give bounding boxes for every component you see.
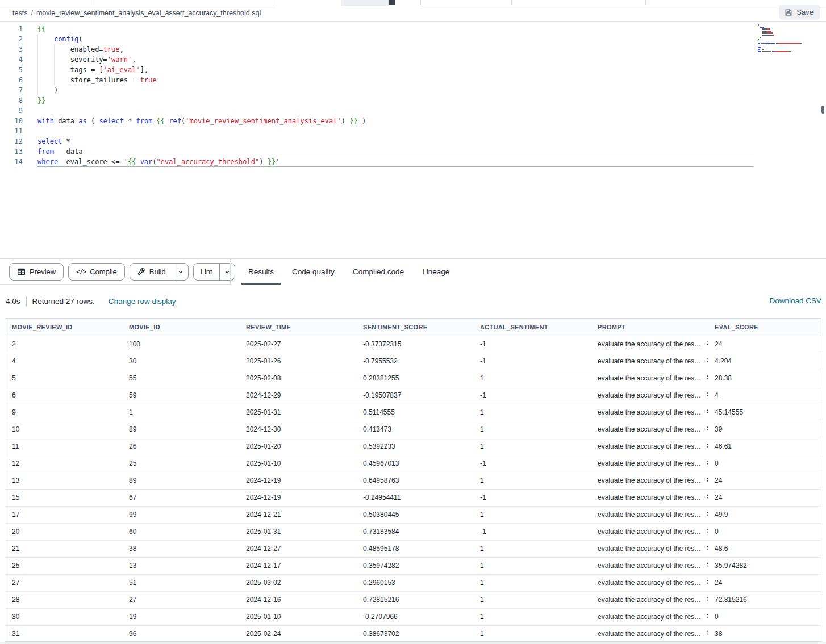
expand-prompt-icon[interactable] [706,613,708,618]
tab-lineage[interactable]: Lineage [421,259,450,285]
expand-prompt-icon[interactable] [706,545,708,550]
expand-prompt-icon[interactable] [706,443,708,448]
tab-marker [389,0,395,5]
code-text: severity='warn', [23,55,136,65]
cell-review-time: 2024-12-21 [239,506,356,523]
expand-prompt-icon[interactable] [706,341,708,346]
download-csv-link[interactable]: Download CSV [769,296,821,305]
cell-eval-score: 48.6 [708,540,821,557]
code-lines: 1{{2 config(3 enabled=true,4 severity='w… [0,24,366,167]
code-text: store_failures = true [23,75,157,85]
tab-code-quality[interactable]: Code quality [291,259,336,285]
query-status-row: 4.0s Returned 27 rows. Change row displa… [0,285,826,318]
cell-actual-sentiment: 1 [473,472,591,489]
save-button[interactable]: Save [779,5,820,20]
column-header-eval_score: EVAL_SCORE [708,319,821,336]
code-text: }} [23,95,45,106]
expand-prompt-icon[interactable] [706,630,708,635]
cell-prompt: evaluate the accuracy of the res… [591,540,708,557]
table-row: 27512025-03-020.29601531evaluate the acc… [5,574,821,591]
expand-prompt-icon[interactable] [706,579,708,584]
build-button[interactable]: Build [130,264,173,280]
expand-prompt-icon[interactable] [706,460,708,465]
code-text: tags = ['ai_eval'], [23,65,148,75]
cell-sentiment-score: 0.45967013 [356,455,473,472]
cell-actual-sentiment: -1 [473,353,591,370]
lint-button[interactable]: Lint [194,264,219,280]
cell-review-time: 2024-12-19 [239,472,356,489]
code-text: ) [23,85,58,95]
cell-eval-score: 24 [708,574,821,591]
expand-prompt-icon[interactable] [706,596,708,601]
cell-actual-sentiment: 1 [473,540,591,557]
prompt-preview-text: evaluate the accuracy of the res… [598,408,701,416]
cell-movie-review-id: 27 [5,574,122,591]
cell-movie-id: 51 [122,574,239,591]
table-row: 28272024-12-160.728152161evaluate the ac… [5,591,821,608]
cell-movie-id: 89 [122,421,239,438]
expand-prompt-icon[interactable] [706,358,708,363]
compile-button-label: Compile [90,267,117,276]
table-row: 5552025-02-080.283812551evaluate the acc… [5,370,821,387]
expand-prompt-icon[interactable] [706,426,708,431]
expand-prompt-icon[interactable] [706,477,708,482]
code-icon: </> [76,268,86,275]
tab-results[interactable]: Results [247,259,275,285]
active-file-tab[interactable] [341,0,389,6]
table-row: 10892024-12-300.4134731evaluate the accu… [5,421,821,438]
editor-minimap[interactable] [758,24,817,53]
table-row: 4302025-01-26-0.7955532-1evaluate the ac… [5,353,821,370]
expand-prompt-icon[interactable] [706,511,708,516]
prompt-preview-text: evaluate the accuracy of the res… [598,340,701,348]
expand-prompt-icon[interactable] [706,494,708,499]
expand-prompt-icon[interactable] [706,409,708,414]
table-row: 13892024-12-190.649587631evaluate the ac… [5,472,821,489]
sql-editor[interactable]: 1{{2 config(3 enabled=true,4 severity='w… [0,22,826,258]
build-dropdown[interactable] [173,264,188,280]
code-line: 7 ) [0,85,366,95]
breadcrumb-file: movie_review_sentiment_analysis_eval_ass… [36,9,261,17]
tabstrip-segment [420,0,826,5]
cell-sentiment-score: -0.19507837 [356,387,473,404]
tab-divider [93,0,93,5]
cell-movie-review-id: 12 [5,455,122,472]
horizontal-scroll-area[interactable] [0,642,826,644]
cell-sentiment-score: 0.48595178 [356,540,473,557]
table-row: 30192025-01-10-0.27079661evaluate the ac… [5,608,821,625]
build-button-label: Build [149,267,166,276]
expand-prompt-icon[interactable] [706,375,708,380]
column-header-actual_sentiment: ACTUAL_SENTIMENT [473,319,591,336]
cell-prompt: evaluate the accuracy of the res… [591,625,708,642]
cell-movie-review-id: 31 [5,625,122,642]
tab-compiled-code[interactable]: Compiled code [352,259,405,285]
cell-movie-id: 60 [122,523,239,540]
cell-eval-score: 4 [708,387,821,404]
results-table-container: MOVIE_REVIEW_IDMOVIE_IDREVIEW_TIMESENTIM… [5,318,821,642]
cell-eval-score: 38 [708,625,821,642]
cell-eval-score: 24 [708,489,821,506]
table-row: 6592024-12-29-0.19507837-1evaluate the a… [5,387,821,404]
editor-scrollbar[interactable] [821,106,824,114]
chevron-down-icon [224,269,230,275]
cell-review-time: 2024-12-19 [239,489,356,506]
cell-review-time: 2025-01-31 [239,404,356,421]
change-row-display-link[interactable]: Change row display [109,297,176,306]
cell-actual-sentiment: 1 [473,370,591,387]
expand-prompt-icon[interactable] [706,562,708,567]
expand-prompt-icon[interactable] [706,392,708,397]
expand-prompt-icon[interactable] [706,528,708,533]
preview-button[interactable]: Preview [9,263,64,281]
line-number: 9 [0,106,23,116]
column-header-review_time: REVIEW_TIME [239,319,356,336]
compile-button[interactable]: </> Compile [68,263,125,281]
tab-divider [645,0,646,5]
cell-prompt: evaluate the accuracy of the res… [591,472,708,489]
cell-movie-id: 38 [122,540,239,557]
cell-prompt: evaluate the accuracy of the res… [591,455,708,472]
code-text: select * [23,136,70,147]
results-tabs: Results Code quality Compiled code Linea… [230,259,826,285]
cell-eval-score: 45.14555 [708,404,821,421]
code-line: 5 tags = ['ai_eval'], [0,65,366,75]
table-row: 17992024-12-210.503804451evaluate the ac… [5,506,821,523]
cell-movie-id: 99 [122,506,239,523]
